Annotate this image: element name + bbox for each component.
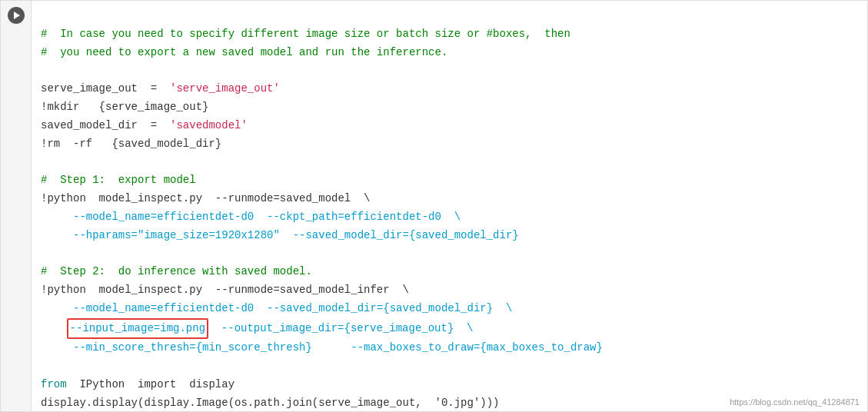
- import-line: IPython import display: [67, 378, 234, 390]
- display-line: display.display(display.Image(os.path.jo…: [41, 397, 500, 409]
- code-block: # In case you need to specify different …: [41, 7, 858, 411]
- code-area: # In case you need to specify different …: [32, 1, 867, 411]
- shell-args5: --min_score_thresh={min_score_thresh} --…: [41, 341, 603, 354]
- highlight-input-image: --input_image=img.png: [67, 318, 208, 340]
- keyword-from: from: [41, 378, 67, 390]
- comment-step2: # Step 2: do inference with saved model.: [41, 265, 312, 277]
- indent-space: [41, 322, 67, 334]
- watermark: https://blog.csdn.net/qq_41284871: [730, 397, 860, 407]
- shell-python1: !python model_inspect.py --runmode=saved…: [41, 192, 370, 204]
- shell-mkdir: !mkdir {serve_image_out}: [41, 101, 208, 113]
- str-serve: 'serve_image_out': [170, 82, 280, 95]
- var-savedmodel: saved_model_dir =: [41, 119, 170, 131]
- var-serve: serve_image_out =: [41, 82, 170, 95]
- run-button[interactable]: [8, 7, 25, 24]
- shell-args3: --model_name=efficientdet-d0 --saved_mod…: [41, 302, 512, 314]
- comment-line2: # you need to export a new saved model a…: [41, 46, 447, 58]
- shell-args4: --output_image_dir={serve_image_out} \: [208, 322, 473, 334]
- main-container: # In case you need to specify different …: [0, 0, 868, 412]
- comment-step1: # Step 1: export model: [41, 174, 196, 186]
- shell-rm: !rm -rf {saved_model_dir}: [41, 138, 221, 150]
- shell-args2: --hparams="image_size=1920x1280" --saved…: [41, 229, 519, 241]
- str-savedmodel: 'savedmodel': [170, 119, 248, 131]
- left-gutter: [1, 1, 32, 411]
- comment-line1: # In case you need to specify different …: [41, 28, 570, 40]
- shell-args1: --model_name=efficientdet-d0 --ckpt_path…: [41, 211, 461, 223]
- shell-python2: !python model_inspect.py --runmode=saved…: [41, 284, 409, 296]
